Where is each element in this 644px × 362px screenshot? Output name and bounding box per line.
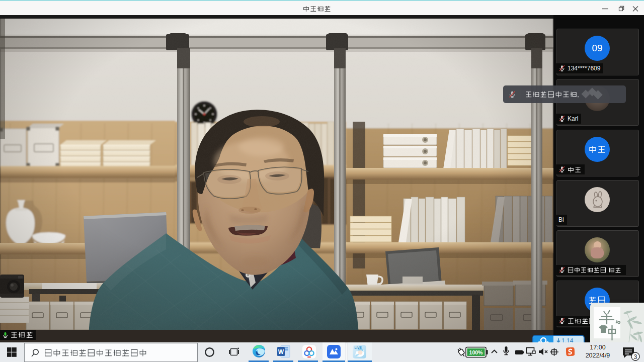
svg-text:3: 3 xyxy=(634,353,637,360)
svg-text:W: W xyxy=(278,348,284,355)
svg-text:100%: 100% xyxy=(469,349,484,355)
svg-text:LIVE: LIVE xyxy=(355,346,362,349)
